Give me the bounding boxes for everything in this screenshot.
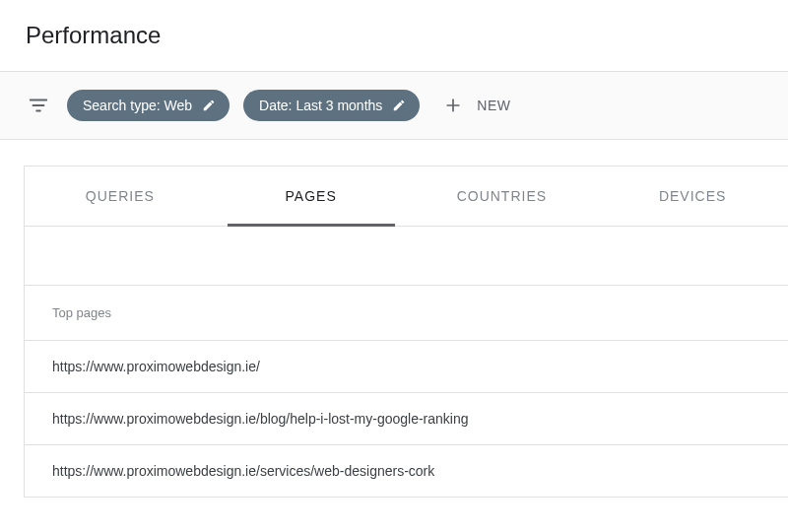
report-card: QUERIES PAGES COUNTRIES DEVICES Top page… — [24, 166, 788, 498]
pencil-icon — [202, 99, 216, 112]
filter-bar: Search type: Web Date: Last 3 months NEW — [0, 72, 788, 140]
tab-queries[interactable]: QUERIES — [25, 166, 216, 226]
filter-icon[interactable] — [28, 95, 53, 116]
plus-icon — [443, 96, 463, 115]
tab-pages[interactable]: PAGES — [216, 166, 407, 226]
table-row[interactable]: https://www.proximowebdesign.ie/services… — [25, 445, 788, 498]
filter-chip-label: Search type: Web — [83, 98, 192, 113]
filter-chip-label: Date: Last 3 months — [259, 98, 382, 113]
page-title: Performance — [26, 22, 764, 49]
spacer-row — [25, 227, 788, 286]
tabs-container: QUERIES PAGES COUNTRIES DEVICES — [25, 166, 788, 227]
table-header: Top pages — [25, 286, 788, 341]
add-filter-label: NEW — [477, 98, 510, 113]
table-row[interactable]: https://www.proximowebdesign.ie/blog/hel… — [25, 393, 788, 445]
tab-devices[interactable]: DEVICES — [597, 166, 788, 226]
filter-chip-search-type[interactable]: Search type: Web — [67, 90, 230, 121]
filter-chip-date[interactable]: Date: Last 3 months — [243, 90, 420, 121]
pencil-icon — [392, 99, 406, 112]
page-header: Performance — [0, 0, 788, 72]
tab-countries[interactable]: COUNTRIES — [407, 166, 598, 226]
add-filter-button[interactable]: NEW — [433, 96, 510, 115]
table-row[interactable]: https://www.proximowebdesign.ie/ — [25, 341, 788, 393]
